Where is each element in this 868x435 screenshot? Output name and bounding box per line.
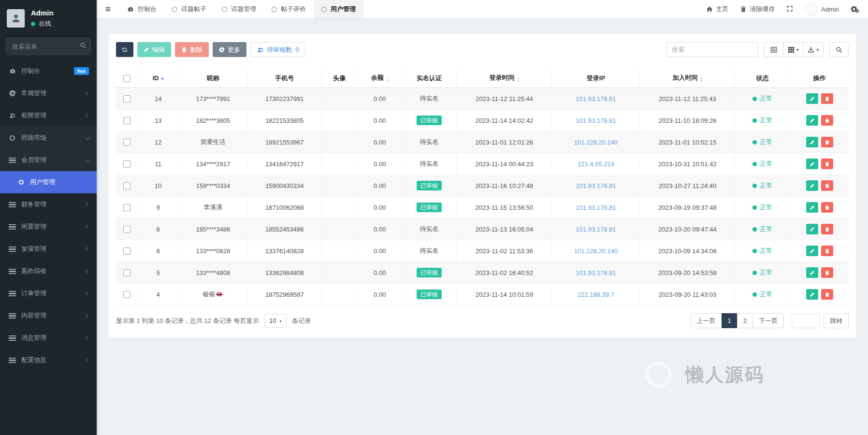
row-edit-button[interactable] [806,202,818,213]
row-delete-button[interactable] [821,246,833,256]
row-checkbox[interactable] [123,291,130,298]
row-checkbox[interactable] [123,139,130,146]
row-edit-button[interactable] [806,267,818,278]
sidebar-toggle-icon[interactable]: ≡ [97,4,119,14]
row-checkbox[interactable] [123,117,130,124]
settings-gears-icon[interactable] [851,6,857,13]
tab-topic-posts[interactable]: 话题帖子 [164,0,214,18]
row-delete-button[interactable] [821,159,833,169]
tab-user-management[interactable]: 用户管理 [314,0,363,18]
sidebar-item-orders[interactable]: 订单管理 [0,282,97,304]
cell-phone: 13416472917 [248,153,321,175]
menu-search-input[interactable] [6,38,91,55]
row-delete-button[interactable] [821,289,833,300]
sidebar-item-dashboard[interactable]: 控制台 hot [0,60,97,82]
ip-link[interactable]: 101.93.178.81 [576,95,616,102]
tab-post-reviews[interactable]: 帖子评价 [264,0,314,18]
sidebar-item-members[interactable]: 会员管理 [0,149,97,171]
sidebar-item-user-management[interactable]: 用户管理 [0,171,97,193]
row-checkbox[interactable] [123,269,130,276]
sidebar-item-config[interactable]: 配置信息 [0,349,97,371]
pagination: 显示第 1 到第 10 条记录，总共 12 条记录 每页显示 10▴ 条记录 上… [116,313,849,328]
row-edit-button[interactable] [806,159,818,169]
sidebar-item-content[interactable]: 内容管理 [0,304,97,327]
table-row: 5 133****4808 13382984808 0.00 已审核 2023-… [116,262,849,284]
row-delete-button[interactable] [821,180,833,191]
delete-button[interactable]: 删除 [175,42,209,57]
ip-link[interactable]: 121.4.55.214 [578,160,614,168]
user-avatar[interactable] [7,9,25,28]
row-delete-button[interactable] [821,137,833,147]
refresh-button[interactable] [116,42,133,57]
row-checkbox[interactable] [123,247,130,255]
row-checkbox[interactable] [123,95,130,102]
prev-page-button[interactable]: 上一页 [691,313,722,328]
row-edit-button[interactable] [806,246,818,256]
cell-login-time: 2023-11-02 11:53:36 [457,240,552,262]
sidebar-item-market[interactable]: 西陆市场 [0,127,97,149]
sidebar-item-messages[interactable]: 消息管理 [0,327,97,349]
col-id[interactable]: ID▾ [138,69,178,88]
ip-link[interactable]: 101.228.20.140 [574,247,618,255]
jump-button[interactable]: 跳转 [824,313,849,328]
pagination-controls: 上一页 1 2 下一页 跳转 [691,313,849,328]
row-checkbox[interactable] [123,226,130,233]
select-all-checkbox[interactable] [123,75,130,82]
detail-view-button[interactable] [764,42,783,57]
row-edit-button[interactable] [806,289,818,300]
row-delete-button[interactable] [821,224,833,234]
ip-link[interactable]: 101.93.178.81 [576,226,616,233]
sidebar-menu: 控制台 hot 常规管理 权限管理 西陆市场 会员管理 用户管理 [0,60,97,371]
row-checkbox[interactable] [123,160,130,168]
tab-dashboard[interactable]: 控制台 [119,0,164,18]
page-size-select[interactable]: 10▴ [264,314,286,328]
row-delete-button[interactable] [821,115,833,126]
edit-button[interactable]: 编辑 [137,42,171,57]
fullscreen-icon[interactable] [786,5,793,14]
sidebar-item-permissions[interactable]: 权限管理 [0,104,97,127]
row-checkbox[interactable] [123,182,130,189]
row-edit-button[interactable] [806,93,818,104]
page-button-1[interactable]: 1 [722,313,738,328]
sidebar-item-general[interactable]: 常规管理 [0,82,97,104]
user-menu[interactable]: Admin [805,3,839,15]
ip-link[interactable]: 222.186.39.7 [578,291,614,298]
table-search-input[interactable] [666,42,758,57]
clear-cache-link[interactable]: 清除缓存 [740,5,775,14]
status-dot [752,162,757,166]
ip-link[interactable]: 101.93.178.81 [576,117,616,124]
row-checkbox[interactable] [123,204,130,211]
page-button-2[interactable]: 2 [737,313,753,328]
col-balance[interactable]: 余额▴▾ [358,69,402,88]
more-button[interactable]: 更多 [213,42,246,57]
cell-nickname: 简爱生活 [178,131,248,153]
ip-link[interactable]: 101.93.178.81 [576,204,616,211]
ip-link[interactable]: 101.93.178.81 [576,182,616,189]
export-button[interactable]: ▾ [803,42,824,57]
row-delete-button[interactable] [821,93,833,104]
home-link[interactable]: 主页 [706,5,728,14]
menu-search-icon[interactable] [80,42,87,50]
search-button[interactable] [829,42,849,57]
row-delete-button[interactable] [821,202,833,213]
sidebar-item-finance[interactable]: 财务管理 [0,193,97,216]
next-page-button[interactable]: 下一页 [752,313,784,328]
sidebar-item-idle[interactable]: 闲置管理 [0,216,97,238]
row-edit-button[interactable] [806,137,818,147]
col-login-time[interactable]: 登录时间▴▾ [457,69,552,88]
pending-count-button[interactable]: 待审核数: 0 [250,42,305,57]
sidebar-item-recycle[interactable]: 高价回收 [0,260,97,282]
jump-page-input[interactable] [792,314,820,328]
ip-link[interactable]: 101.93.178.81 [576,269,616,276]
cell-phone: 18921553967 [248,131,321,153]
tab-topic-management[interactable]: 话题管理 [214,0,264,18]
table-row: 13 182****3805 18221533805 0.00 已审核 2023… [116,110,849,131]
row-edit-button[interactable] [806,180,818,191]
columns-button[interactable]: ▾ [783,42,804,57]
row-edit-button[interactable] [806,224,818,234]
row-delete-button[interactable] [821,267,833,278]
ip-link[interactable]: 101.228.20.140 [574,139,618,146]
col-join-time[interactable]: 加入时间▴▾ [640,69,735,88]
sidebar-item-discover[interactable]: 发现管理 [0,238,97,260]
row-edit-button[interactable] [806,115,818,126]
